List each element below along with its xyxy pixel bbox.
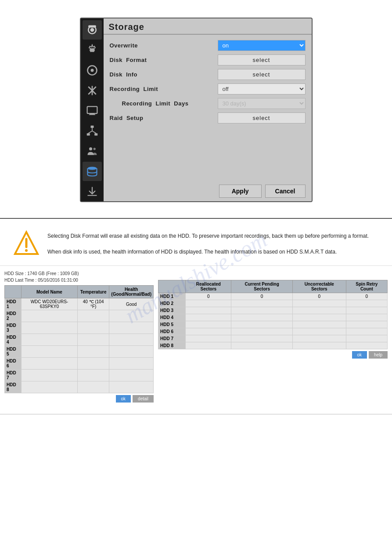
hdd-pending [231, 321, 293, 328]
raid-setup-control: select [218, 112, 306, 123]
nav-item-camera[interactable] [83, 20, 102, 40]
hdd-uncorrectable [292, 321, 346, 328]
hdd-help-button[interactable]: help [369, 351, 388, 359]
storage-dialog: Storage Overwrite on off [80, 18, 313, 202]
hdd-left-row-label: HDD 1 [5, 298, 22, 310]
svg-point-4 [90, 49, 94, 52]
hdd-right-row: HDD 3 [158, 307, 388, 314]
svg-point-21 [87, 167, 97, 170]
hdd-right-row: HDD 7 [158, 335, 388, 342]
col-header-spinretry: Spin RetryCount [346, 280, 387, 293]
dialog-header: Storage [104, 18, 312, 35]
hdd-pending [231, 307, 293, 314]
hdd-left-row-label: HDD 6 [5, 358, 22, 370]
hdd-left-row-label: HDD 3 [5, 322, 22, 334]
recording-limit-days-select[interactable]: 30 day(s) [218, 98, 306, 109]
hdd-left-row: HDD 8 [5, 381, 154, 393]
hdd-left-row: HDD 2 [5, 310, 154, 322]
hdd-uncorrectable [292, 300, 346, 307]
cancel-button[interactable]: Cancel [265, 185, 306, 198]
recording-limit-label: Recording Limit [110, 86, 218, 92]
nav-item-disk[interactable] [83, 61, 102, 80]
hdd-reallocated [186, 342, 231, 349]
hdd-tables-section: HDD Size : 1740 GB (Free : 1009 GB) HDD … [0, 270, 392, 407]
svg-rect-13 [90, 126, 94, 128]
overwrite-select[interactable]: on off [218, 40, 306, 51]
hdd-reallocated [186, 314, 231, 321]
hdd-reallocated [186, 307, 231, 314]
hdd-right-row-label: HDD 2 [158, 300, 186, 307]
hdd-temp [77, 381, 109, 393]
svg-line-18 [92, 131, 96, 133]
hdd-right-row: HDD 4 [158, 314, 388, 321]
hdd-temp: 40 ℃ (104 °F) [77, 298, 109, 310]
raid-setup-button[interactable]: select [218, 112, 306, 123]
hdd-model [21, 322, 77, 334]
apply-button[interactable]: Apply [219, 185, 262, 198]
nav-item-users[interactable] [83, 141, 102, 161]
hdd-uncorrectable [292, 314, 346, 321]
disk-icon [86, 64, 98, 76]
hdd-info-header: HDD Size : 1740 GB (Free : 1009 GB) HDD … [4, 270, 154, 283]
hdd-right-row-label: HDD 3 [158, 307, 186, 314]
recording-limit-row: Recording Limit off on [110, 83, 306, 94]
disk-format-control: select [218, 54, 306, 65]
disk-format-row: Disk Format select [110, 54, 306, 65]
hdd-spinretry: 0 [346, 293, 387, 300]
hdd-health [109, 310, 154, 322]
disk-format-button[interactable]: select [218, 54, 306, 65]
hdd-left-row-label: HDD 5 [5, 346, 22, 358]
hdd-health [109, 381, 154, 393]
dialog-content: Storage Overwrite on off [104, 18, 312, 201]
hdd-right-row-label: HDD 7 [158, 335, 186, 342]
hdd-spinretry [346, 300, 387, 307]
users-icon [86, 145, 98, 157]
nav-item-network[interactable] [83, 121, 102, 141]
hdd-temp [77, 322, 109, 334]
storage-icon [86, 165, 98, 178]
hdd-health: Good [109, 298, 154, 310]
svg-rect-2 [88, 25, 96, 28]
hdd-left-row-label: HDD 7 [5, 370, 22, 381]
hdd-left-row: HDD 3 [5, 322, 154, 334]
hdd-temp [77, 370, 109, 381]
hdd-right-row-label: HDD 1 [158, 293, 186, 300]
hdd-temp [77, 358, 109, 370]
nav-item-display[interactable] [83, 101, 102, 120]
hdd-health [109, 346, 154, 358]
hdd-pending [231, 314, 293, 321]
overwrite-row: Overwrite on off [110, 40, 306, 51]
svg-rect-14 [86, 133, 90, 135]
hdd-last-time-line: HDD Last Time : 05/16/2016 01:31:00 [4, 277, 154, 283]
hdd-ok-button[interactable]: ok [116, 395, 131, 403]
hdd-spinretry [346, 335, 387, 342]
recording-limit-days-control: 30 day(s) [218, 98, 306, 109]
hdd-pending [231, 300, 293, 307]
warning-text: Selecting Disk Format will erase all exi… [47, 230, 369, 256]
hdd-model [21, 381, 77, 393]
raid-setup-row: Raid Setup select [110, 112, 306, 123]
nav-item-settings[interactable] [83, 40, 102, 60]
svg-point-1 [90, 28, 94, 32]
hdd-health [109, 358, 154, 370]
hdd-model [21, 358, 77, 370]
col-header-empty [5, 286, 22, 298]
nav-item-tools[interactable] [83, 81, 102, 100]
nav-item-download[interactable] [83, 182, 102, 201]
hdd-right-row-label: HDD 6 [158, 328, 186, 335]
hdd-right-row: HDD 2 [158, 300, 388, 307]
disk-info-button[interactable]: select [218, 69, 306, 80]
svg-point-19 [89, 147, 92, 150]
recording-limit-select[interactable]: off on [218, 83, 306, 94]
hdd-detail-button[interactable]: detail [133, 395, 154, 403]
hdd-spinretry [346, 321, 387, 328]
nav-item-storage[interactable] [83, 162, 102, 181]
hdd-right-ok-button[interactable]: ok [352, 351, 367, 359]
hdd-health [109, 322, 154, 334]
hdd-model [21, 334, 77, 346]
raid-setup-label: Raid Setup [110, 115, 218, 121]
col-header-temp: Temperature [77, 286, 109, 298]
hdd-left-panel: HDD Size : 1740 GB (Free : 1009 GB) HDD … [4, 270, 154, 403]
hdd-uncorrectable [292, 307, 346, 314]
svg-point-20 [93, 148, 95, 150]
